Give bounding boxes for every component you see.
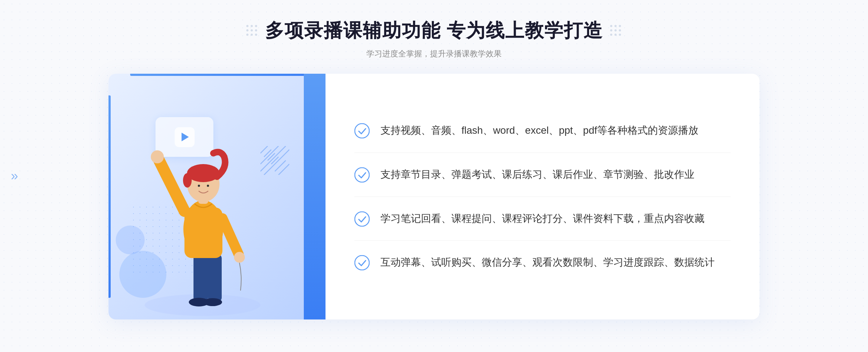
features-area: 支持视频、音频、flash、word、excel、ppt、pdf等各种格式的资源… (326, 74, 760, 319)
dot-grid-left (246, 25, 258, 37)
svg-rect-11 (208, 254, 222, 301)
svg-line-16 (159, 160, 184, 211)
check-circle-icon-3 (354, 211, 370, 227)
svg-point-26 (355, 124, 369, 138)
svg-line-2 (268, 153, 275, 160)
blue-bar (304, 74, 326, 319)
page-container: 多项录播课辅助功能 专为线上教学打造 学习进度全掌握，提升录播课教学效果 (0, 0, 868, 352)
svg-rect-10 (193, 254, 208, 301)
svg-point-29 (355, 256, 369, 270)
svg-line-18 (222, 218, 239, 254)
svg-point-24 (198, 185, 200, 187)
svg-rect-15 (184, 207, 222, 258)
feature-text-4: 互动弹幕、试听购买、微信分享、观看次数限制、学习进度跟踪、数据统计 (380, 254, 715, 271)
feature-item-1: 支持视频、音频、flash、word、excel、ppt、pdf等各种格式的资源… (354, 109, 731, 153)
sidebar-accent (109, 95, 111, 298)
illustration-area (109, 74, 326, 319)
content-card: 支持视频、音频、flash、word、excel、ppt、pdf等各种格式的资源… (109, 74, 760, 319)
check-circle-icon-4 (354, 255, 370, 270)
svg-point-28 (355, 212, 369, 226)
check-circle-icon-1 (354, 123, 370, 138)
svg-line-4 (271, 157, 278, 164)
feature-item-2: 支持章节目录、弹题考试、课后练习、课后作业、章节测验、批改作业 (354, 153, 731, 197)
svg-point-22 (187, 164, 220, 182)
svg-point-23 (183, 173, 192, 188)
svg-point-19 (234, 252, 245, 263)
top-accent (130, 74, 326, 76)
dot-grid-right (610, 25, 622, 37)
check-circle-icon-2 (354, 167, 370, 183)
feature-item-4: 互动弹幕、试听购买、微信分享、观看次数限制、学习进度跟踪、数据统计 (354, 241, 731, 284)
svg-point-25 (207, 185, 209, 187)
feature-text-3: 学习笔记回看、课程提问、课程评论打分、课件资料下载，重点内容收藏 (380, 211, 705, 227)
title-row: 多项录播课辅助功能 专为线上教学打造 (246, 18, 622, 43)
page-title: 多项录播课辅助功能 专为线上教学打造 (265, 18, 603, 43)
header-section: 多项录播课辅助功能 专为线上教学打造 学习进度全掌握，提升录播课教学效果 (246, 18, 622, 59)
feature-text-2: 支持章节目录、弹题考试、课后练习、课后作业、章节测验、批改作业 (380, 167, 694, 183)
svg-point-27 (355, 168, 369, 182)
feature-item-3: 学习笔记回看、课程提问、课程评论打分、课件资料下载，重点内容收藏 (354, 197, 731, 241)
svg-point-17 (151, 150, 164, 163)
person-figure (137, 117, 268, 319)
feature-text-1: 支持视频、音频、flash、word、excel、ppt、pdf等各种格式的资源… (380, 123, 698, 139)
left-arrow-icon[interactable]: » (11, 168, 18, 184)
svg-point-13 (203, 298, 222, 306)
page-subtitle: 学习进度全掌握，提升录播课教学效果 (246, 48, 622, 59)
